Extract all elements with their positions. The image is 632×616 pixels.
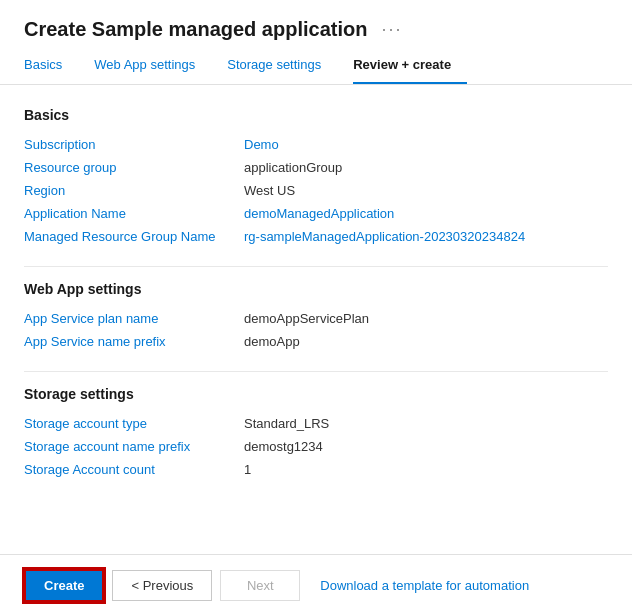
section-webapp-title: Web App settings bbox=[24, 281, 608, 297]
section-divider-1 bbox=[24, 266, 608, 267]
field-application-name-label: Application Name bbox=[24, 206, 244, 221]
field-storage-name-prefix-label: Storage account name prefix bbox=[24, 439, 244, 454]
next-button[interactable]: Next bbox=[220, 570, 300, 601]
section-storage: Storage settings Storage account type St… bbox=[24, 386, 608, 481]
tab-storage[interactable]: Storage settings bbox=[227, 47, 337, 84]
tab-basics[interactable]: Basics bbox=[24, 47, 78, 84]
field-storage-count-label: Storage Account count bbox=[24, 462, 244, 477]
field-app-service-plan-value: demoAppServicePlan bbox=[244, 311, 608, 326]
page-title: Create Sample managed application bbox=[24, 18, 367, 41]
field-region: Region West US bbox=[24, 179, 608, 202]
field-app-service-plan: App Service plan name demoAppServicePlan bbox=[24, 307, 608, 330]
field-application-name-value: demoManagedApplication bbox=[244, 206, 608, 221]
field-storage-type-label: Storage account type bbox=[24, 416, 244, 431]
tab-bar: Basics Web App settings Storage settings… bbox=[0, 47, 632, 85]
tab-review-create[interactable]: Review + create bbox=[353, 47, 467, 84]
section-basics: Basics Subscription Demo Resource group … bbox=[24, 107, 608, 248]
field-storage-count: Storage Account count 1 bbox=[24, 458, 608, 481]
field-managed-rg: Managed Resource Group Name rg-sampleMan… bbox=[24, 225, 608, 248]
header-more-icon[interactable]: ··· bbox=[381, 19, 402, 40]
field-resource-group: Resource group applicationGroup bbox=[24, 156, 608, 179]
field-subscription-label: Subscription bbox=[24, 137, 244, 152]
field-subscription-value: Demo bbox=[244, 137, 608, 152]
field-app-service-prefix-value: demoApp bbox=[244, 334, 608, 349]
field-region-label: Region bbox=[24, 183, 244, 198]
footer-actions: Create < Previous Next Download a templa… bbox=[0, 554, 632, 616]
create-button[interactable]: Create bbox=[24, 569, 104, 602]
section-storage-title: Storage settings bbox=[24, 386, 608, 402]
tab-webapp[interactable]: Web App settings bbox=[94, 47, 211, 84]
field-app-service-plan-label: App Service plan name bbox=[24, 311, 244, 326]
field-region-value: West US bbox=[244, 183, 608, 198]
automation-template-link[interactable]: Download a template for automation bbox=[316, 571, 533, 600]
section-webapp: Web App settings App Service plan name d… bbox=[24, 281, 608, 353]
field-resource-group-label: Resource group bbox=[24, 160, 244, 175]
field-application-name: Application Name demoManagedApplication bbox=[24, 202, 608, 225]
field-storage-name-prefix: Storage account name prefix demostg1234 bbox=[24, 435, 608, 458]
field-managed-rg-label: Managed Resource Group Name bbox=[24, 229, 244, 244]
main-content: Basics Subscription Demo Resource group … bbox=[0, 85, 632, 554]
section-basics-title: Basics bbox=[24, 107, 608, 123]
field-app-service-prefix-label: App Service name prefix bbox=[24, 334, 244, 349]
field-subscription: Subscription Demo bbox=[24, 133, 608, 156]
page-container: Create Sample managed application ··· Ba… bbox=[0, 0, 632, 616]
field-storage-type: Storage account type Standard_LRS bbox=[24, 412, 608, 435]
page-header: Create Sample managed application ··· bbox=[0, 0, 632, 47]
previous-button[interactable]: < Previous bbox=[112, 570, 212, 601]
field-storage-type-value: Standard_LRS bbox=[244, 416, 608, 431]
field-managed-rg-value: rg-sampleManagedApplication-202303202348… bbox=[244, 229, 608, 244]
field-resource-group-value: applicationGroup bbox=[244, 160, 608, 175]
section-divider-2 bbox=[24, 371, 608, 372]
field-app-service-prefix: App Service name prefix demoApp bbox=[24, 330, 608, 353]
field-storage-name-prefix-value: demostg1234 bbox=[244, 439, 608, 454]
field-storage-count-value: 1 bbox=[244, 462, 608, 477]
